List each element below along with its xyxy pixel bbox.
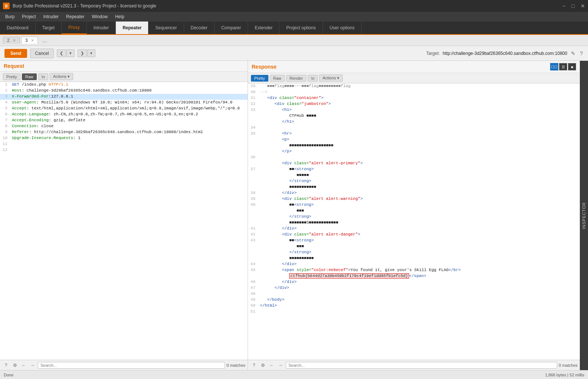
response-prev-match[interactable]: ← <box>268 362 275 369</box>
repeater-tab-3[interactable]: 3 × <box>21 37 38 44</box>
menu-burp[interactable]: Burp <box>1 13 18 20</box>
response-actions-btn[interactable]: Actions ▾ <box>319 75 343 82</box>
nav-forward-button[interactable]: ❯ <box>78 49 87 57</box>
response-view-icons: ☐☐ ☰ ■ <box>550 63 576 70</box>
response-list-view-btn[interactable]: ☰ <box>559 63 567 70</box>
response-search-bar: ? ⚙ ← → 0 matches <box>248 360 580 370</box>
response-line-46: 46 </div> <box>248 279 580 285</box>
nav-back-dropdown[interactable]: ▾ <box>66 49 75 57</box>
status-right: 1,866 bytes | 52 millis <box>545 373 584 377</box>
inspector-label[interactable]: INSPECTOR <box>582 198 586 233</box>
tab-decoder[interactable]: Decoder <box>184 22 215 34</box>
status-left: Done <box>4 373 13 377</box>
response-line-43d: ■■■■■■■■■■ <box>248 256 580 261</box>
response-line-43c: </strong> <box>248 250 580 256</box>
response-pretty-btn[interactable]: Pretty <box>251 75 268 82</box>
response-line-33a: 33 <h1> <box>248 107 580 113</box>
request-panel: Request Pretty Raw \n Actions ▾ 1 GET /i… <box>0 61 248 370</box>
target-label: Target: <box>426 51 440 56</box>
response-line-30: 30 --> <box>248 89 580 95</box>
nav-forward-dropdown[interactable]: ▾ <box>87 49 95 57</box>
tab-repeater[interactable]: Repeater <box>116 22 148 34</box>
response-matches-text: 0 matches <box>559 363 578 368</box>
send-button[interactable]: Send <box>4 49 27 58</box>
request-title: Request <box>4 63 24 69</box>
close-button[interactable]: ✕ <box>581 3 585 9</box>
tab-comparer[interactable]: Comparer <box>215 22 248 34</box>
response-help-icon[interactable]: ? <box>250 362 258 369</box>
response-single-view-btn[interactable]: ■ <box>568 63 576 70</box>
tab-extender[interactable]: Extender <box>248 22 280 34</box>
nav-back-button[interactable]: ❮ <box>57 49 66 57</box>
response-line-40b: ■■■ <box>248 208 580 214</box>
request-actions-btn[interactable]: Actions ▾ <box>50 73 73 80</box>
request-line-3: 3 X-Forwarded-For:127.0.0.1 <box>0 94 248 100</box>
request-help-icon[interactable]: ? <box>2 362 10 369</box>
toolbar: Send Cancel ❮ ▾ ❯ ▾ Target: http://chall… <box>0 46 588 61</box>
close-tab-2[interactable]: × <box>13 38 16 43</box>
tab-intruder[interactable]: Intruder <box>87 22 116 34</box>
response-search-input[interactable] <box>286 362 557 369</box>
menu-intruder[interactable]: Intruder <box>40 13 62 20</box>
tab-proxy[interactable]: Proxy <box>62 22 87 34</box>
menu-repeater[interactable]: Repeater <box>62 13 88 20</box>
response-newline-btn[interactable]: \n <box>308 75 318 82</box>
request-newline-btn[interactable]: \n <box>38 73 48 80</box>
tab-sequencer[interactable]: Sequencer <box>148 22 184 34</box>
response-line-37b: ■■■■■ <box>248 172 580 178</box>
app-icon: B <box>3 3 10 9</box>
response-line-49: 49 </body> <box>248 297 580 303</box>
menu-window[interactable]: Window <box>88 13 111 20</box>
response-line-40a: 40 ■■<strong> <box>248 202 580 208</box>
response-line-40c: </strong> <box>248 214 580 220</box>
request-line-9: 9 Referer: http://challenge-3d29baf26365… <box>0 129 248 135</box>
response-line-29: 29 ■■■flag■■■■−−−■■■flag■■■■■■■■■flag <box>248 83 580 89</box>
request-line-2: 2 Host: challenge-3d29baf26365c640.sandb… <box>0 88 248 94</box>
close-tab-3[interactable]: × <box>31 38 34 43</box>
window-controls[interactable]: − □ ✕ <box>562 3 585 9</box>
title-text: Burp Suite Professional v2021.3 - Tempor… <box>13 3 156 9</box>
tab-project-options[interactable]: Project options <box>280 22 323 34</box>
help-target-button[interactable]: ? <box>579 50 584 57</box>
repeater-tab-more[interactable]: ... <box>39 37 50 44</box>
response-line-36: 36 <box>248 155 580 161</box>
inspector-panel[interactable]: INSPECTOR <box>580 61 588 370</box>
request-line-5: 5 Accept: text/html,application/xhtml+xm… <box>0 106 248 112</box>
response-line-40d: ■■■■■■■5■■■■■■■■■■■■ <box>248 220 580 226</box>
response-line-34: 34 <box>248 125 580 131</box>
menu-help[interactable]: Help <box>111 13 128 20</box>
request-raw-btn[interactable]: Raw <box>22 73 37 80</box>
request-code-area[interactable]: 1 GET /index.php HTTP/1.1 2 Host: challe… <box>0 82 248 360</box>
response-code-area[interactable]: 29 ■■■flag■■■■−−−■■■flag■■■■■■■■■flag 30… <box>248 83 580 360</box>
response-line-36b: <div class="alert alert-primary"> <box>248 161 580 167</box>
minimize-button[interactable]: − <box>562 3 565 9</box>
request-prev-match[interactable]: ← <box>20 362 27 369</box>
response-settings-icon[interactable]: ⚙ <box>259 362 267 369</box>
response-raw-btn[interactable]: Raw <box>270 75 285 82</box>
request-pretty-btn[interactable]: Pretty <box>3 73 20 80</box>
menu-project[interactable]: Project <box>18 13 39 20</box>
repeater-tab-2[interactable]: 2 × <box>3 37 20 44</box>
tab-target[interactable]: Target <box>36 22 62 34</box>
response-render-btn[interactable]: Render <box>286 75 306 82</box>
response-line-43a: 43 ■■<strong> <box>248 238 580 244</box>
request-next-match[interactable]: → <box>29 362 36 369</box>
tab-dashboard[interactable]: Dashboard <box>0 22 36 34</box>
request-search-input[interactable] <box>38 362 225 369</box>
nav-forward-group: ❯ ▾ <box>78 49 95 57</box>
maximize-button[interactable]: □ <box>572 3 575 9</box>
edit-target-button[interactable]: ✎ <box>570 50 576 57</box>
response-line-35b: <p> <box>248 137 580 143</box>
response-line-35c: ■■■■■■■■■■■■■■■■■■ <box>248 143 580 149</box>
target-url: http://challenge-3d29baf26365c640.sandbo… <box>443 51 568 56</box>
response-next-match[interactable]: → <box>277 362 284 369</box>
response-line-32: 32 <div class="jumbotron"> <box>248 101 580 107</box>
response-line-45b: ctfhub{b644d27a30b450b2f170c4f19ef1dd85f… <box>248 273 580 279</box>
request-settings-icon[interactable]: ⚙ <box>11 362 19 369</box>
response-split-view-btn[interactable]: ☐☐ <box>550 63 558 70</box>
response-line-43b: ■■■ <box>248 244 580 250</box>
response-line-37d: ■■■■■■■■■■■ <box>248 184 580 190</box>
cancel-button[interactable]: Cancel <box>30 49 53 58</box>
tab-user-options[interactable]: User options <box>323 22 362 34</box>
main-area: Request Pretty Raw \n Actions ▾ 1 GET /i… <box>0 61 588 370</box>
